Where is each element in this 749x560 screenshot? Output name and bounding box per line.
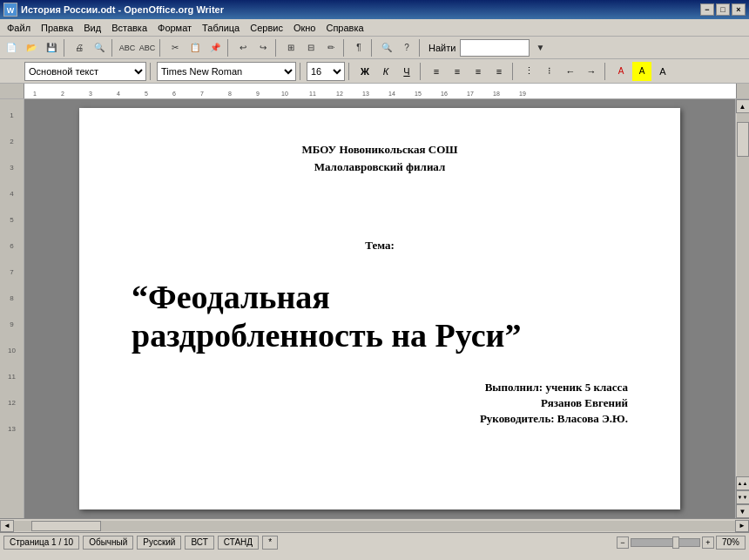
scroll-track[interactable] [737, 113, 749, 476]
minimize-button[interactable]: − [700, 3, 714, 16]
style-info: Обычный [83, 536, 133, 550]
zoom-button[interactable]: 🔍 [377, 38, 396, 57]
line-num-10: 10 [8, 338, 16, 364]
toolbar-separator [371, 39, 374, 57]
char-shading-button[interactable]: A [653, 62, 672, 81]
spellcheck2-button[interactable]: ABC [138, 38, 157, 57]
ruler-content: 1 2 3 4 5 6 7 8 9 10 11 12 13 14 15 16 1… [24, 84, 737, 98]
zoom-value: 70% [716, 536, 746, 550]
zoom-decrease-button[interactable]: − [617, 536, 629, 549]
undo-button[interactable]: ↩ [233, 38, 253, 57]
doc-line2: Малолавровский филиал [132, 160, 628, 174]
open-button[interactable]: 📂 [22, 38, 41, 57]
toolbar-separator [64, 39, 67, 57]
table-button[interactable]: ⊞ [281, 38, 300, 57]
menu-edit[interactable]: Правка [36, 22, 78, 34]
line-num-8: 8 [10, 286, 13, 312]
modified-indicator: * [262, 536, 278, 550]
print-button[interactable]: 🖨 [70, 38, 89, 57]
toolbar-separator [150, 63, 153, 80]
toolbar-separator [419, 39, 422, 57]
app-icon: W [3, 3, 17, 17]
insert-mode[interactable]: ВСТ [185, 536, 213, 550]
help-button[interactable]: ? [397, 38, 416, 57]
scroll-down-button[interactable]: ▼ [736, 504, 750, 518]
document-area[interactable]: МБОУ Новоникольская СОШ Малолавровский ф… [24, 99, 735, 518]
paste-button[interactable]: 📌 [206, 38, 225, 57]
line-num-7: 7 [10, 260, 13, 286]
ruler-mark-12: 12 [336, 91, 343, 97]
spellcheck-button[interactable]: ABC [118, 38, 137, 57]
menu-file[interactable]: Файл [2, 22, 36, 34]
find-label: Найти [428, 43, 455, 53]
redo-button[interactable]: ↪ [253, 38, 273, 57]
nonprint-button[interactable]: ¶ [349, 38, 368, 57]
menu-format[interactable]: Формат [152, 22, 197, 34]
line-num-6: 6 [10, 233, 13, 260]
indent-inc-button[interactable]: → [582, 62, 601, 81]
table2-button[interactable]: ⊟ [301, 38, 321, 57]
paragraph-style-select[interactable]: Основной текст [24, 62, 146, 81]
toolbar-separator [159, 39, 163, 57]
ruler-mark-10: 10 [281, 91, 288, 97]
align-left-button[interactable]: ≡ [427, 62, 446, 81]
menu-window[interactable]: Окно [288, 22, 321, 34]
menu-table[interactable]: Таблица [197, 22, 245, 34]
copy-button[interactable]: 📋 [186, 38, 205, 57]
zoom-slider[interactable] [631, 538, 700, 547]
align-justify-button[interactable]: ≡ [489, 62, 509, 81]
ruler-mark-4: 4 [117, 91, 120, 97]
numbering-button[interactable]: ⋮ [519, 62, 538, 81]
highlight-button[interactable]: A [632, 62, 651, 81]
bullets-button[interactable]: ⁝ [540, 62, 559, 81]
line-num-11: 11 [8, 364, 16, 390]
main-area: 1 2 3 4 5 6 7 8 9 10 11 12 13 МБОУ Новон… [0, 99, 749, 518]
italic-button[interactable]: К [376, 62, 395, 81]
hscroll-track[interactable] [14, 521, 735, 531]
author-line2: Рязанов Евгений [132, 396, 628, 410]
toolbar-separator [300, 63, 303, 80]
menu-insert[interactable]: Вставка [106, 22, 152, 34]
find-input[interactable] [460, 39, 530, 57]
window-title: История России.odt - OpenOffice.org Writ… [21, 4, 700, 15]
style-marker [3, 62, 23, 81]
align-center-button[interactable]: ≡ [448, 62, 467, 81]
scroll-thumb[interactable] [737, 122, 749, 157]
zoom-increase-button[interactable]: + [702, 536, 714, 549]
ruler-mark-3: 3 [89, 91, 92, 97]
line-num-4: 4 [10, 181, 13, 207]
bold-button[interactable]: Ж [355, 62, 374, 81]
new-button[interactable]: 📄 [2, 38, 21, 57]
maximize-button[interactable]: □ [716, 3, 730, 16]
scroll-up-button[interactable]: ▲ [736, 99, 750, 113]
draw-button[interactable]: ✏ [321, 38, 341, 57]
close-button[interactable]: × [732, 3, 746, 16]
toolbar-separator [227, 39, 231, 57]
find-next-button[interactable]: ▼ [530, 38, 550, 57]
menu-tools[interactable]: Сервис [245, 22, 288, 34]
tema-label: Тема: [365, 239, 395, 253]
edit-mode[interactable]: СТАНД [218, 536, 259, 550]
font-name-select[interactable]: Times New Roman [157, 62, 296, 81]
scroll-right-button[interactable]: ► [735, 520, 749, 532]
menu-help[interactable]: Справка [321, 22, 368, 34]
scroll-left-button[interactable]: ◄ [0, 520, 14, 532]
horizontal-scrollbar: ◄ ► [0, 518, 749, 532]
ruler-mark-18: 18 [493, 91, 500, 97]
align-right-button[interactable]: ≡ [469, 62, 488, 81]
hscroll-thumb[interactable] [31, 521, 101, 531]
underline-button[interactable]: Ч [397, 62, 416, 81]
main-title-line1: “Феодальная [132, 279, 330, 315]
cut-button[interactable]: ✂ [165, 38, 185, 57]
scroll-page-down-button[interactable]: ▼▼ [736, 490, 750, 504]
font-size-select[interactable]: 16 [307, 62, 345, 81]
scroll-page-up-button[interactable]: ▲▲ [736, 476, 750, 490]
ruler-left-margin [0, 84, 24, 98]
menu-view[interactable]: Вид [78, 22, 106, 34]
print-preview-button[interactable]: 🔍 [90, 38, 109, 57]
save-button[interactable]: 💾 [42, 38, 61, 57]
ruler-mark-9: 9 [256, 91, 260, 97]
zoom-handle[interactable] [672, 536, 679, 549]
indent-dec-button[interactable]: ← [561, 62, 580, 81]
font-color-button[interactable]: A [611, 62, 631, 81]
